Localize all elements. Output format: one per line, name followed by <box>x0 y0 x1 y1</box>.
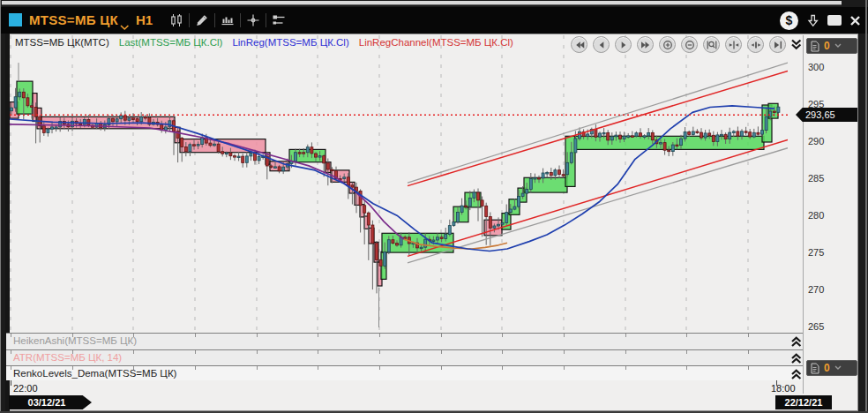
time-tick <box>11 380 11 386</box>
time-grid-tick <box>195 350 196 354</box>
price-tick-label[interactable]: 270 <box>808 284 843 295</box>
scroll-right-button[interactable] <box>615 36 632 53</box>
time-grid-tick <box>379 366 380 370</box>
time-grid-tick <box>318 350 318 354</box>
time-grid-tick <box>441 350 442 354</box>
current-price-tag: 293,65 <box>796 108 857 122</box>
legend-last: Last(MTSS=МБ ЦК.Cl) <box>119 37 223 48</box>
end-time-label: 18:00 <box>771 383 796 394</box>
time-grid-tick <box>748 366 749 370</box>
time-grid-tick <box>72 366 73 370</box>
time-grid-tick <box>502 334 503 337</box>
zoom-in-button[interactable] <box>659 36 676 53</box>
zoom-out-button[interactable] <box>681 36 698 53</box>
chart-nav-toolbar <box>571 36 786 53</box>
time-grid-tick <box>441 334 442 337</box>
time-grid-tick <box>625 366 626 370</box>
legend-linreg: LinReg(MTSS=МБ ЦК.Cl) <box>232 37 348 48</box>
price-tick-label[interactable]: 290 <box>808 136 843 146</box>
time-grid-tick <box>257 350 258 354</box>
trading-terminal-window: MTSS=МБ ЦК H1 $ MTSS=МБ ЦК(МТС) Last(MTS… <box>0 0 868 413</box>
price-tick-label[interactable]: 275 <box>808 247 843 258</box>
end-date-tag: 22/12/21 <box>775 395 832 409</box>
legend-symbol: MTSS=МБ ЦК(МТС) <box>15 37 109 48</box>
panel-heikenashi[interactable]: HeikenAshi(MTSS=МБ ЦК) <box>6 333 803 349</box>
time-grid-tick <box>564 350 565 354</box>
time-grid-tick <box>195 366 196 370</box>
time-grid-tick <box>441 366 442 370</box>
time-grid-tick <box>625 350 626 354</box>
time-grid-tick <box>748 350 749 354</box>
collapse-panel-icon[interactable] <box>790 38 803 54</box>
start-date-tag: 03/12/21 <box>9 395 92 409</box>
scroll-start-button[interactable] <box>571 36 587 53</box>
time-axis[interactable]: 22:00 18:00 03/12/21 22/12/21 <box>6 380 858 411</box>
time-grid-tick <box>564 334 565 337</box>
go-last-bar-button[interactable] <box>769 36 786 53</box>
start-time-label: 22:00 <box>13 383 38 394</box>
time-grid-tick <box>686 334 687 337</box>
chart-legend: MTSS=МБ ЦК(МТС) Last(MTSS=МБ ЦК.Cl) LinR… <box>15 37 513 48</box>
time-grid-tick <box>625 334 626 337</box>
pane-index: 0 <box>824 362 830 374</box>
time-grid-tick <box>133 334 134 337</box>
time-grid-tick <box>72 334 73 337</box>
pane-index: 0 <box>824 40 830 52</box>
time-grid-tick <box>11 350 11 354</box>
candles <box>11 88 780 294</box>
price-tick-label[interactable]: 280 <box>808 210 843 221</box>
price-tick-label[interactable]: 300 <box>808 62 843 72</box>
price-tick-label[interactable]: 285 <box>808 173 843 184</box>
time-grid-tick <box>11 366 11 370</box>
time-grid-tick <box>502 350 503 354</box>
time-grid-tick <box>318 366 318 370</box>
price-tick-label[interactable]: 265 <box>808 321 843 332</box>
time-grid-tick <box>257 366 258 370</box>
linreg-channel <box>408 63 788 263</box>
time-grid-tick <box>72 350 73 354</box>
chart-pane-selector-bottom[interactable]: 0 <box>806 360 857 376</box>
time-grid-tick <box>257 334 258 337</box>
document-icon <box>811 41 819 52</box>
expand-scale-button[interactable] <box>747 36 764 53</box>
chevron-down-icon <box>834 43 842 49</box>
panel-renkolevels[interactable]: RenkoLevels_Dema(MTSS=МБ ЦК) <box>6 365 803 380</box>
panel-label: RenkoLevels_Dema(MTSS=МБ ЦК) <box>13 368 176 379</box>
legend-linregchannel: LinRegChannel(MTSS=МБ ЦК.Cl) <box>359 37 513 48</box>
document-icon <box>811 363 819 374</box>
scroll-end-button[interactable] <box>637 36 654 53</box>
panel-atr[interactable]: ATR(MTSS=МБ ЦК, 14) <box>6 349 803 365</box>
chart-pane-selector-top[interactable]: 0 <box>806 38 857 54</box>
time-grid-tick <box>318 334 318 337</box>
axis-separator <box>803 35 804 394</box>
time-grid-tick <box>133 350 134 354</box>
panel-label: HeikenAshi(MTSS=МБ ЦК) <box>13 335 137 346</box>
time-grid-tick <box>133 366 134 370</box>
time-grid-tick <box>686 366 687 370</box>
time-grid-tick <box>379 334 380 337</box>
time-grid-tick <box>11 334 11 337</box>
time-grid-tick <box>564 366 565 370</box>
time-grid-tick <box>686 350 687 354</box>
chart-graphics <box>10 35 788 332</box>
time-grid-tick <box>748 334 749 337</box>
scroll-left-button[interactable] <box>593 36 610 53</box>
compress-scale-button[interactable] <box>725 36 742 53</box>
time-grid-tick <box>502 366 503 370</box>
time-grid-tick <box>379 350 380 354</box>
panel-label: ATR(MTSS=МБ ЦК, 14) <box>13 352 122 363</box>
time-grid-tick <box>195 334 196 337</box>
chevron-down-icon <box>834 365 842 371</box>
zoom-window-button[interactable] <box>703 36 720 53</box>
